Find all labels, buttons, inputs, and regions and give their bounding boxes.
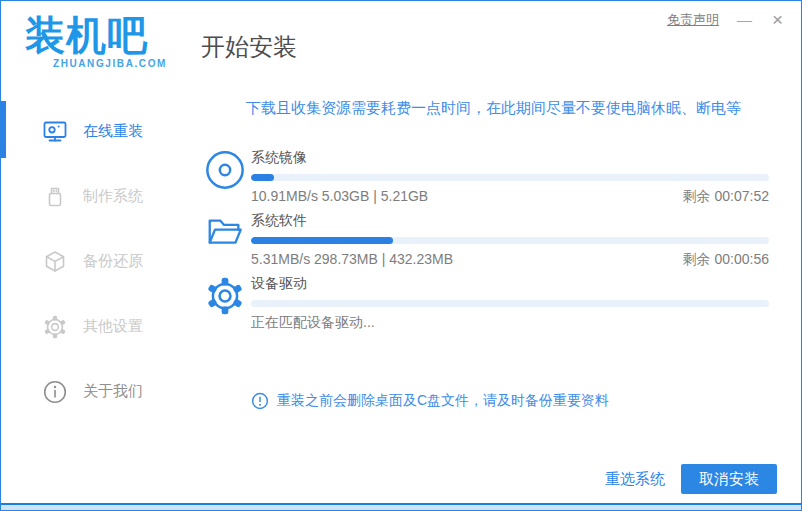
sidebar-item-online-reinstall[interactable]: 在线重装 xyxy=(1,99,186,164)
task-name: 设备驱动 xyxy=(251,275,769,293)
reselect-system-button[interactable]: 重选系统 xyxy=(605,470,665,489)
gear-icon xyxy=(204,273,251,332)
task-remaining-time: 剩余 00:00:56 xyxy=(683,251,769,269)
folder-icon xyxy=(204,210,251,269)
task-list: 系统镜像 10.91MB/s 5.03GB | 5.21GB 剩余 00:07:… xyxy=(204,147,769,336)
sidebar-item-label: 制作系统 xyxy=(83,187,143,206)
backup-warning: 重装之前会删除桌面及C盘文件，请及时备份重要资料 xyxy=(251,392,609,410)
sidebar-item-label: 备份还原 xyxy=(83,252,143,271)
task-progress-fill xyxy=(251,174,274,181)
task-row-system-image: 系统镜像 10.91MB/s 5.03GB | 5.21GB 剩余 00:07:… xyxy=(204,147,769,206)
task-stats: 正在匹配设备驱动... xyxy=(251,314,375,332)
task-name: 系统软件 xyxy=(251,212,769,230)
disclaimer-link[interactable]: 免责声明 xyxy=(667,11,719,29)
task-row-device-driver: 设备驱动 正在匹配设备驱动... xyxy=(204,273,769,332)
page-title: 开始安装 xyxy=(201,31,297,63)
close-icon[interactable]: × xyxy=(770,10,785,29)
disc-icon xyxy=(204,147,251,206)
task-progress-bar xyxy=(251,300,769,307)
sidebar-item-make-system[interactable]: 制作系统 xyxy=(1,164,186,229)
main-panel: 下载且收集资源需要耗费一点时间，在此期间尽量不要使电脑休眠、断电等 系统镜像 1… xyxy=(186,89,801,503)
backup-icon xyxy=(42,249,68,275)
task-remaining-time: 剩余 00:07:52 xyxy=(683,188,769,206)
task-stats: 5.31MB/s 298.73MB | 432.23MB xyxy=(251,251,453,269)
app-logo-title: 装机吧 xyxy=(25,13,167,57)
task-row-system-software: 系统软件 5.31MB/s 298.73MB | 432.23MB 剩余 00:… xyxy=(204,210,769,269)
window-bottom-edge xyxy=(1,503,801,510)
sidebar-item-label: 关于我们 xyxy=(83,382,143,401)
task-stats: 10.91MB/s 5.03GB | 5.21GB xyxy=(251,188,428,206)
app-logo: 装机吧 ZHUANGJIBA.COM xyxy=(25,13,167,69)
titlebar-controls: 免责声明 — × xyxy=(667,10,785,29)
sidebar-item-other-settings[interactable]: 其他设置 xyxy=(1,294,186,359)
usb-icon xyxy=(42,184,68,210)
minimize-icon[interactable]: — xyxy=(735,10,754,29)
sidebar: 在线重装 制作系统 备份还原 其他设置 关于我们 xyxy=(1,89,186,503)
backup-warning-text: 重装之前会删除桌面及C盘文件，请及时备份重要资料 xyxy=(277,392,609,410)
info-icon xyxy=(42,379,68,405)
sidebar-item-about-us[interactable]: 关于我们 xyxy=(1,359,186,424)
sidebar-item-backup-restore[interactable]: 备份还原 xyxy=(1,229,186,294)
task-progress-bar xyxy=(251,237,769,244)
app-window: 装机吧 ZHUANGJIBA.COM 开始安装 免责声明 — × 在线重装 制作… xyxy=(0,0,802,511)
sidebar-item-label: 其他设置 xyxy=(83,317,143,336)
download-notice: 下载且收集资源需要耗费一点时间，在此期间尽量不要使电脑休眠、断电等 xyxy=(186,99,801,118)
footer-actions: 重选系统 取消安装 xyxy=(605,464,777,494)
cancel-install-button[interactable]: 取消安装 xyxy=(681,464,777,494)
task-name: 系统镜像 xyxy=(251,149,769,167)
task-progress-bar xyxy=(251,174,769,181)
app-logo-subtitle: ZHUANGJIBA.COM xyxy=(25,58,167,69)
monitor-icon xyxy=(42,119,68,145)
task-progress-fill xyxy=(251,237,393,244)
gear-icon xyxy=(42,314,68,340)
warning-circle-icon xyxy=(251,392,269,410)
sidebar-item-label: 在线重装 xyxy=(83,122,143,141)
